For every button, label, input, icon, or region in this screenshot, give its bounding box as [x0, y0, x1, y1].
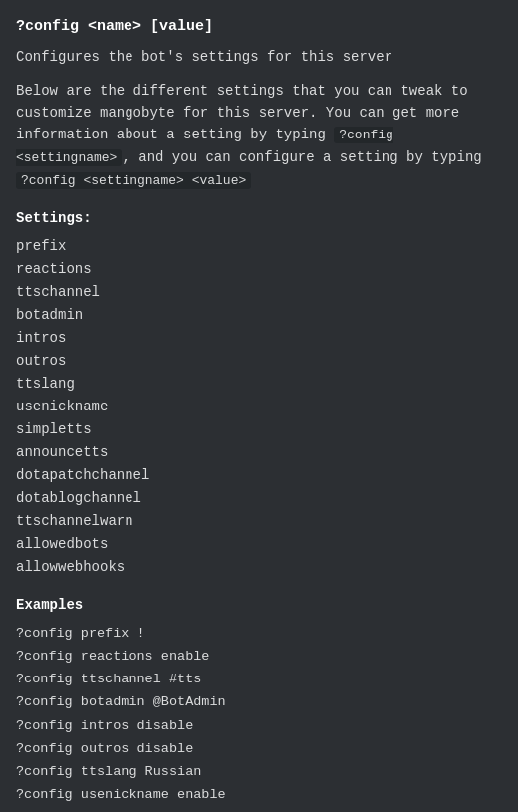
list-item: dotapatchchannel [16, 464, 502, 487]
list-item: prefix [16, 235, 502, 258]
example-code: ?config botadmin @BotAdmin [16, 694, 226, 709]
info-code2: ?config <settingname> <value> [16, 172, 251, 189]
examples-title: Examples [16, 595, 502, 616]
list-item: ?config outros disable [16, 737, 502, 760]
list-item: allowedbots [16, 533, 502, 556]
list-item: outros [16, 350, 502, 373]
list-item: reactions [16, 258, 502, 281]
list-item: ?config ttschannel #tts [16, 668, 502, 690]
list-item: ?config reactions enable [16, 645, 502, 668]
settings-title: Settings: [16, 208, 502, 229]
list-item: allowwebhooks [16, 556, 502, 579]
list-item: usenickname [16, 396, 502, 418]
info-text: Below are the different settings that yo… [16, 80, 502, 192]
examples-list: ?config prefix !?config reactions enable… [16, 622, 502, 812]
example-code: ?config ttslang Russian [16, 764, 201, 779]
list-item: ?config simpletts enable [16, 807, 502, 812]
list-item: ?config usenickname enable [16, 783, 502, 806]
example-code: ?config usenickname enable [16, 787, 226, 802]
examples-section: Examples ?config prefix !?config reactio… [16, 595, 502, 812]
list-item: ttslang [16, 373, 502, 396]
list-item: ?config prefix ! [16, 622, 502, 645]
list-item: dotablogchannel [16, 487, 502, 510]
example-code: ?config reactions enable [16, 649, 209, 664]
example-code: ?config outros disable [16, 741, 193, 756]
settings-list: prefixreactionsttschannelbotadminintroso… [16, 235, 502, 579]
info-part2: , and you can configure a setting by typ… [122, 149, 481, 165]
page-container: ?config <name> [value] Configures the bo… [16, 16, 502, 812]
settings-section: Settings: prefixreactionsttschannelbotad… [16, 208, 502, 579]
list-item: simpletts [16, 418, 502, 441]
list-item: ?config intros disable [16, 714, 502, 737]
list-item: ?config ttslang Russian [16, 760, 502, 783]
example-code: ?config ttschannel #tts [16, 672, 201, 686]
list-item: ?config botadmin @BotAdmin [16, 690, 502, 713]
list-item: intros [16, 327, 502, 350]
info-part1: Below are the different settings that yo… [16, 83, 468, 143]
list-item: ttschannelwarn [16, 510, 502, 533]
command-description: Configures the bot's settings for this s… [16, 47, 502, 68]
list-item: botadmin [16, 304, 502, 327]
command-title: ?config <name> [value] [16, 16, 502, 39]
list-item: announcetts [16, 441, 502, 464]
example-code: ?config intros disable [16, 718, 193, 733]
list-item: ttschannel [16, 281, 502, 304]
example-code: ?config prefix ! [16, 626, 145, 641]
